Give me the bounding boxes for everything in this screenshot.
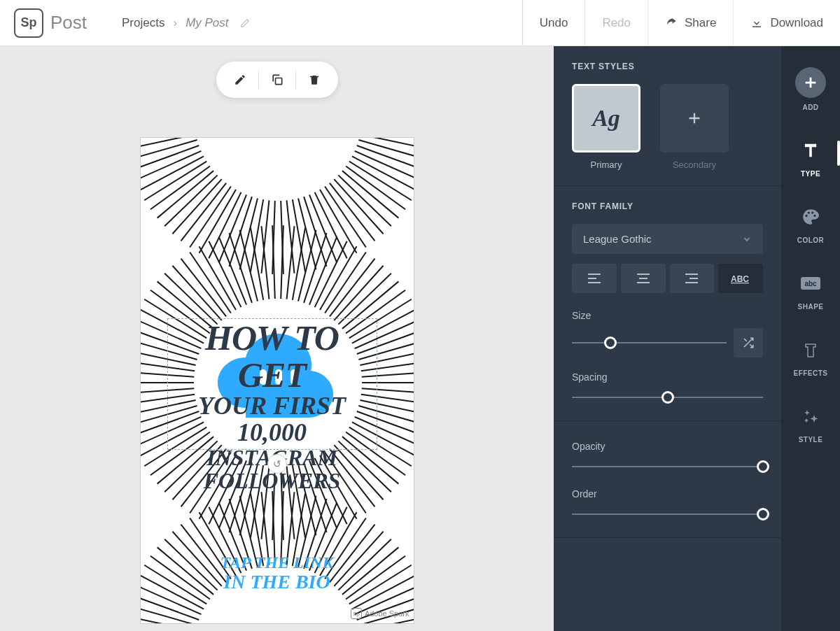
- order-label: Order: [572, 488, 763, 499]
- breadcrumb-projects[interactable]: Projects: [122, 16, 164, 30]
- align-center-button[interactable]: [621, 264, 666, 293]
- shuffle-icon: [742, 336, 755, 349]
- rail-type[interactable]: TYPE: [781, 131, 840, 183]
- align-justify-button[interactable]: ABC: [718, 264, 763, 293]
- text-styles-heading: TEXT STYLES: [572, 62, 763, 71]
- align-center-icon: [636, 273, 650, 284]
- properties-panel: TEXT STYLES Ag Primary Secondary FONT: [554, 46, 781, 631]
- svg-rect-0: [275, 78, 281, 85]
- breadcrumb: Projects › My Post: [122, 16, 250, 30]
- delete-button[interactable]: [296, 62, 332, 98]
- align-left-button[interactable]: [572, 264, 617, 293]
- undo-button[interactable]: Undo: [522, 0, 585, 45]
- redo-button[interactable]: Redo: [584, 0, 648, 45]
- rail-add[interactable]: ADD: [781, 62, 840, 117]
- app-header: Sp Post Projects › My Post Undo Redo Sha…: [0, 0, 840, 46]
- opacity-slider[interactable]: [572, 459, 763, 474]
- font-family-value: League Gothic: [583, 233, 652, 245]
- align-left-icon: [587, 273, 601, 284]
- duplicate-button[interactable]: [259, 62, 295, 98]
- size-slider[interactable]: [572, 335, 727, 350]
- download-icon: [750, 17, 763, 29]
- chevron-down-icon: [742, 234, 752, 244]
- watermark: Sp Adobe Spark: [351, 608, 410, 619]
- svg-line-51: [140, 595, 199, 620]
- floating-toolbar: [216, 62, 338, 98]
- font-family-dropdown[interactable]: League Gothic: [572, 224, 763, 254]
- add-style-button[interactable]: [660, 84, 729, 153]
- design-canvas[interactable]: HOW TO GET YOUR FIRST 10,000 INSTAGRAM F…: [140, 137, 414, 624]
- breadcrumb-current[interactable]: My Post: [186, 16, 228, 30]
- justify-icon: ABC: [731, 273, 750, 284]
- rotate-handle[interactable]: ↺: [267, 454, 287, 474]
- effects-icon: [797, 336, 825, 364]
- text-line: TAP THE LINK: [141, 553, 414, 572]
- shape-icon: abc: [797, 269, 825, 297]
- svg-text:abc: abc: [804, 280, 817, 288]
- size-label: Size: [572, 310, 763, 321]
- secondary-text-block[interactable]: TAP THE LINK IN THE BIO: [141, 553, 414, 593]
- text-line: IN THE BIO: [141, 572, 414, 593]
- palette-icon: [797, 203, 825, 231]
- primary-style-card[interactable]: Ag Primary: [572, 84, 640, 170]
- share-icon: [665, 17, 678, 29]
- edit-button[interactable]: [222, 62, 258, 98]
- add-icon: [795, 67, 826, 98]
- text-line: YOUR FIRST 10,000: [169, 393, 376, 446]
- primary-style-swatch[interactable]: Ag: [572, 84, 640, 153]
- secondary-style-card[interactable]: Secondary: [660, 84, 729, 170]
- edit-name-icon[interactable]: [240, 18, 250, 28]
- rail-color[interactable]: COLOR: [781, 197, 840, 250]
- download-button[interactable]: Download: [733, 0, 840, 45]
- order-slider[interactable]: [572, 506, 763, 522]
- align-right-button[interactable]: [670, 264, 715, 293]
- spacing-label: Spacing: [572, 371, 763, 383]
- tool-rail: ADD TYPE COLOR abc SHAPE: [781, 46, 840, 631]
- chevron-right-icon: ›: [173, 16, 177, 30]
- rail-shape[interactable]: abc SHAPE: [781, 264, 840, 316]
- watermark-logo-icon: Sp: [351, 608, 362, 619]
- align-right-icon: [685, 273, 699, 284]
- canvas-area: HOW TO GET YOUR FIRST 10,000 INSTAGRAM F…: [0, 46, 554, 631]
- share-button[interactable]: Share: [648, 0, 733, 45]
- font-family-heading: FONT FAMILY: [572, 201, 763, 211]
- logo-group: Sp Post: [0, 8, 101, 38]
- plus-icon: [687, 111, 702, 126]
- decoration-radial-top: [140, 137, 414, 285]
- style-icon: [797, 402, 825, 430]
- type-icon: [797, 136, 825, 164]
- text-line: HOW TO GET: [169, 320, 376, 393]
- spark-logo[interactable]: Sp: [14, 8, 43, 38]
- svg-text:ABC: ABC: [731, 274, 749, 284]
- spacing-slider[interactable]: [572, 390, 763, 405]
- app-name: Post: [50, 12, 87, 34]
- opacity-label: Opacity: [572, 441, 763, 452]
- primary-style-label: Primary: [572, 159, 640, 170]
- rail-style[interactable]: STYLE: [781, 397, 840, 449]
- active-indicator: [837, 141, 840, 166]
- rail-effects[interactable]: EFFECTS: [781, 330, 840, 383]
- shuffle-size-button[interactable]: [734, 328, 763, 357]
- secondary-style-label: Secondary: [660, 159, 729, 170]
